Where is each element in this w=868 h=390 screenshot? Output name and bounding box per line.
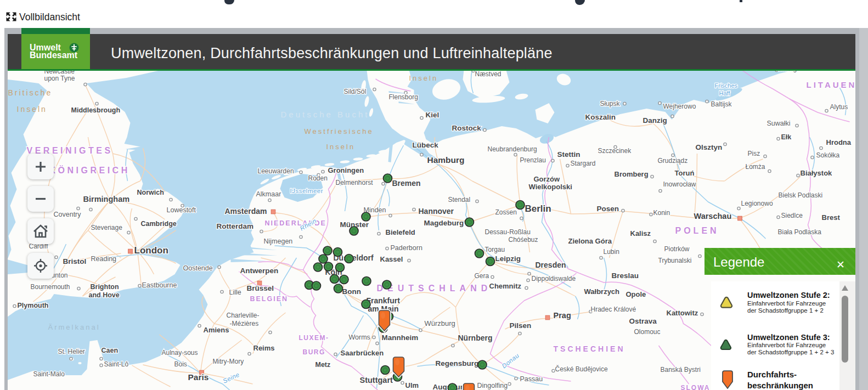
svg-text:Dippoldiswalde: Dippoldiswalde (531, 275, 576, 282)
svg-text:Zossen: Zossen (495, 208, 516, 216)
svg-text:Wałbrzych: Wałbrzych (584, 287, 619, 296)
svg-text:Gera: Gera (474, 272, 489, 280)
svg-text:London: London (134, 245, 168, 256)
svg-text:Konin: Konin (653, 209, 670, 217)
svg-text:Taurage: Taurage (776, 70, 801, 72)
svg-text:Plymouth: Plymouth (17, 302, 48, 309)
svg-text:Lowestoft: Lowestoft (166, 206, 196, 214)
svg-text:Stargard: Stargard (570, 160, 595, 167)
svg-text:Delmenhorst: Delmenhorst (335, 179, 373, 186)
svg-text:DEUTSCHLAND: DEUTSCHLAND (376, 284, 492, 293)
svg-text:Baltijsk: Baltijsk (711, 100, 732, 108)
svg-text:Dresden: Dresden (535, 261, 566, 269)
svg-text:Sild/Söl: Sild/Söl (343, 88, 366, 95)
svg-text:Reims: Reims (253, 344, 274, 352)
svg-text:Antwerpen: Antwerpen (240, 267, 278, 275)
svg-text:Olsztyn: Olsztyn (695, 143, 722, 151)
svg-text:Leeuwarden: Leeuwarden (257, 167, 294, 175)
svg-text:Pilsen: Pilsen (509, 321, 531, 330)
svg-text:Olomouc: Olomouc (634, 328, 660, 336)
svg-text:Grudziądz: Grudziądz (657, 157, 687, 165)
svg-text:Worms: Worms (348, 334, 370, 341)
svg-text:Alytus: Alytus (830, 103, 848, 111)
svg-text:Neubrandenburg: Neubrandenburg (487, 145, 537, 153)
svg-text:Caen: Caen (101, 347, 118, 354)
svg-text:Chemnitz: Chemnitz (489, 282, 521, 290)
svg-text:Groningen: Groningen (328, 166, 364, 174)
svg-text:Brüssel: Brüssel (246, 284, 274, 292)
svg-text:Nijmegen: Nijmegen (263, 238, 292, 245)
svg-text:Suwałki: Suwałki (766, 120, 790, 127)
svg-text:Inowrocław: Inowrocław (663, 180, 696, 188)
svg-text:Amsterdam: Amsterdam (224, 207, 267, 216)
svg-text:Bielefeld: Bielefeld (385, 228, 415, 236)
svg-text:Lille: Lille (229, 289, 241, 296)
svg-text:Passau: Passau (520, 375, 543, 383)
svg-text:Bournemouth: Bournemouth (30, 283, 70, 291)
svg-text:Białystok: Białystok (800, 169, 832, 177)
svg-text:Kalisz: Kalisz (630, 229, 651, 238)
svg-text:Birmingham: Birmingham (83, 195, 129, 204)
svg-text:Norwich: Norwich (137, 189, 164, 196)
svg-text:Magdeburg: Magdeburg (424, 219, 464, 227)
svg-text:Stendal: Stendal (448, 196, 470, 204)
svg-text:BELGIEN: BELGIEN (250, 295, 288, 303)
svg-text:Opole: Opole (625, 290, 646, 298)
svg-text:Zielona Góra: Zielona Góra (568, 237, 612, 245)
svg-text:Næstved: Næstved (475, 70, 501, 78)
svg-text:Saarbrücken: Saarbrücken (340, 349, 384, 357)
svg-text:České Budějovice: České Budějovice (555, 365, 607, 373)
svg-text:LUXEM-: LUXEM- (298, 334, 329, 342)
svg-text:upon Tyne: upon Tyne (44, 75, 75, 82)
svg-text:Prenzlau: Prenzlau (520, 156, 545, 164)
svg-text:Breslau: Breslau (611, 272, 639, 280)
svg-text:Bonn: Bonn (342, 287, 361, 296)
svg-text:Westfriesische: Westfriesische (304, 127, 373, 135)
svg-text:Reading: Reading (91, 255, 116, 263)
svg-text:Chóśebuz: Chóśebuz (508, 236, 538, 244)
svg-text:Kattowitz: Kattowitz (666, 309, 698, 317)
svg-text:Torgau: Torgau (484, 246, 505, 253)
svg-text:Regensburg: Regensburg (435, 359, 478, 368)
svg-text:Danzig: Danzig (642, 116, 667, 125)
svg-text:Stuttgart: Stuttgart (359, 376, 393, 385)
svg-text:Würzburg: Würzburg (424, 319, 455, 327)
svg-text:Stettin: Stettin (557, 150, 580, 159)
svg-text:Mannheim: Mannheim (381, 334, 418, 342)
svg-text:Rostock: Rostock (452, 124, 481, 132)
svg-text:Hradec Králové: Hradec Králové (590, 306, 636, 313)
svg-text:Mitry-Mory: Mitry-Mory (212, 358, 244, 365)
svg-text:Toruń: Toruń (674, 169, 694, 177)
svg-text:Wejherowo: Wejherowo (663, 103, 696, 110)
svg-text:Kassel: Kassel (380, 255, 403, 263)
svg-text:Wielkopolski: Wielkopolski (528, 183, 572, 191)
svg-text:Lubin: Lubin (603, 248, 619, 256)
svg-text:Coventry: Coventry (53, 211, 81, 218)
svg-text:Lübeck: Lübeck (412, 141, 438, 149)
svg-text:Trybunalski: Trybunalski (658, 257, 691, 264)
svg-text:Eastbourne: Eastbourne (142, 281, 177, 289)
svg-text:Łomża: Łomża (745, 163, 765, 171)
svg-text:Bromberg: Bromberg (614, 170, 648, 178)
svg-text:Bremen: Bremen (392, 179, 420, 188)
svg-text:Rotterdam: Rotterdam (216, 222, 253, 230)
svg-text:BURG: BURG (302, 348, 325, 356)
svg-text:Bielsk Podlaski: Bielsk Podlaski (778, 191, 822, 199)
svg-text:Posen: Posen (596, 205, 619, 213)
svg-text:IJsselmeer: IJsselmeer (290, 188, 323, 194)
svg-text:Kiel: Kiel (425, 111, 439, 119)
svg-text:Flensborg: Flensborg (388, 93, 418, 101)
svg-text:Sokółka: Sokółka (816, 151, 839, 159)
svg-text:Paris: Paris (188, 372, 208, 382)
svg-text:Ełk: Ełk (781, 133, 791, 141)
svg-text:SLOWA: SLOWA (680, 384, 710, 390)
svg-text:Dingolfing: Dingolfing (477, 382, 508, 389)
svg-text:Brest: Brest (821, 213, 840, 222)
svg-text:Piotrków: Piotrków (664, 245, 689, 253)
svg-text:Metz: Metz (315, 361, 330, 369)
svg-text:Berlin: Berlin (525, 204, 551, 214)
svg-text:Koszalin: Koszalin (585, 113, 616, 121)
svg-text:Banská Bystri: Banská Bystri (660, 366, 700, 374)
svg-text:Frankfurt: Frankfurt (366, 296, 400, 305)
svg-text:Siedlce: Siedlce (781, 212, 803, 219)
